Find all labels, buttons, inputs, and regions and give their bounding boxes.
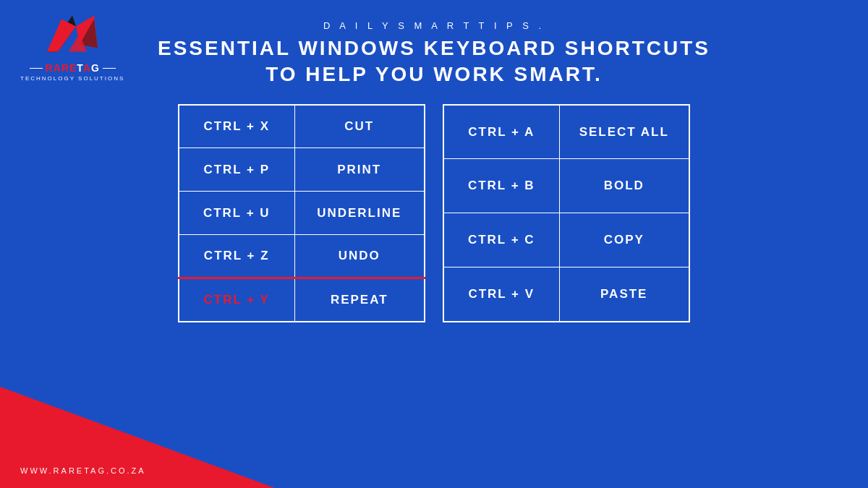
website-url: WWW.RARETAG.CO.ZA xyxy=(20,466,146,475)
right-shortcuts-table: CTRL + A SELECT ALL CTRL + B BOLD CTRL +… xyxy=(443,104,690,322)
action-underline: UNDERLINE xyxy=(294,192,425,235)
action-repeat: REPEAT xyxy=(294,278,425,322)
main-content: D A I L Y S M A R T T I P S . ESSENTIAL … xyxy=(0,0,868,322)
key-ctrl-p: CTRL + P xyxy=(179,148,294,192)
daily-tips-label: D A I L Y S M A R T T I P S . xyxy=(158,20,710,31)
key-ctrl-y: CTRL + Y xyxy=(179,278,294,322)
tables-section: CTRL + X CUT CTRL + P PRINT CTRL + U UND… xyxy=(178,104,690,322)
action-cut: CUT xyxy=(294,105,425,148)
table-row: CTRL + U UNDERLINE xyxy=(179,192,425,235)
table-row: CTRL + V PASTE xyxy=(443,267,689,322)
table-row: CTRL + B BOLD xyxy=(443,159,689,213)
key-ctrl-v: CTRL + V xyxy=(443,267,559,322)
key-ctrl-x: CTRL + X xyxy=(179,105,294,148)
key-ctrl-b: CTRL + B xyxy=(443,159,559,213)
action-select-all: SELECT ALL xyxy=(559,105,689,159)
website-footer: WWW.RARETAG.CO.ZA xyxy=(20,466,146,475)
action-print: PRINT xyxy=(294,148,425,192)
key-ctrl-a: CTRL + A xyxy=(443,105,559,159)
action-copy: COPY xyxy=(559,213,689,267)
key-ctrl-c: CTRL + C xyxy=(443,213,559,267)
table-row: CTRL + X CUT xyxy=(179,105,425,148)
header-section: D A I L Y S M A R T T I P S . ESSENTIAL … xyxy=(158,20,710,88)
action-paste: PASTE xyxy=(559,267,689,322)
main-title: ESSENTIAL WINDOWS KEYBOARD SHORTCUTS TO … xyxy=(158,35,710,88)
table-row: CTRL + Z UNDO xyxy=(179,235,425,278)
table-row: CTRL + P PRINT xyxy=(179,148,425,192)
action-undo: UNDO xyxy=(294,235,425,278)
key-ctrl-u: CTRL + U xyxy=(179,192,294,235)
left-shortcuts-table: CTRL + X CUT CTRL + P PRINT CTRL + U UND… xyxy=(178,104,425,322)
table-row: CTRL + A SELECT ALL xyxy=(443,105,689,159)
table-row-highlighted: CTRL + Y REPEAT xyxy=(179,278,425,322)
action-bold: BOLD xyxy=(559,159,689,213)
table-row: CTRL + C COPY xyxy=(443,213,689,267)
key-ctrl-z: CTRL + Z xyxy=(179,235,294,278)
